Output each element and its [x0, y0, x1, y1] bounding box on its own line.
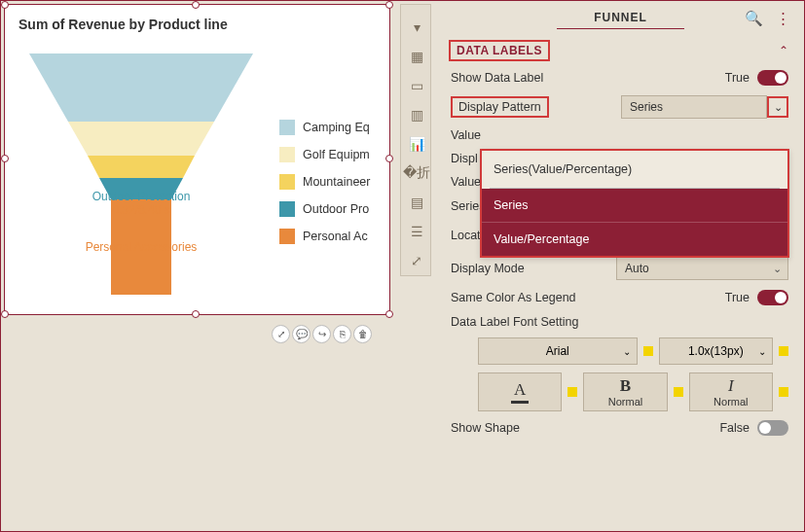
label-same-color: Same Color As Legend — [451, 291, 616, 304]
value-text: True — [725, 291, 750, 304]
label-display-pattern: Display Pattern — [451, 96, 549, 118]
resize-handle[interactable] — [385, 310, 393, 318]
chart-title: Sum of Revenue by Product line — [5, 5, 389, 32]
resize-handle[interactable] — [385, 1, 393, 9]
toggle-show-shape[interactable] — [757, 420, 788, 436]
panel-title: FUNNEL — [557, 11, 684, 29]
filter-icon[interactable]: ▾ — [401, 13, 432, 42]
fullscreen-icon[interactable]: ⤢ — [401, 246, 432, 275]
dropdown-option-selected[interactable]: Series — [482, 189, 787, 222]
resize-handle[interactable] — [1, 155, 9, 162]
data-label-personal: Personal Accessories — [86, 240, 198, 254]
more-icon[interactable]: ⋮ — [776, 10, 790, 27]
section-title: DATA LABELS — [449, 40, 550, 61]
toggle-same-color[interactable] — [757, 290, 788, 305]
export-icon[interactable]: ⎘ — [333, 325, 351, 343]
table-icon[interactable]: ▤ — [401, 188, 432, 217]
properties-panel: FUNNEL 🔍 ⋮ DATA LABELS ⌃ Show Data Label… — [439, 3, 802, 529]
line-chart-icon[interactable]: �折 — [401, 159, 432, 188]
color-indicator — [779, 346, 788, 356]
data-label-outdoor: Outdoor Protection 0.32/8.40 s — [92, 190, 191, 217]
legend-item: Mountaineer — [279, 174, 371, 190]
value-text: True — [725, 71, 750, 85]
value-text: False — [719, 421, 750, 435]
color-indicator — [643, 346, 653, 356]
resize-handle[interactable] — [192, 1, 200, 9]
label-display-mode: Display Mode — [451, 262, 616, 275]
svg-marker-0 — [29, 53, 253, 122]
legend-item: Personal Ac — [279, 229, 371, 244]
label-value: Value — [451, 128, 616, 142]
margins-icon[interactable]: ▭ — [401, 71, 432, 100]
legend-item: Outdoor Pro — [279, 201, 371, 217]
color-indicator — [779, 387, 788, 397]
svg-marker-2 — [88, 156, 195, 178]
share-icon[interactable]: ↪ — [312, 325, 331, 343]
comment-icon[interactable]: 💬 — [292, 325, 311, 343]
dropdown-option[interactable]: Value/Percentage — [482, 222, 787, 256]
chart-action-toolbar: ⤢ 💬 ↪ ⎘ 🗑 — [272, 325, 372, 343]
svg-marker-1 — [68, 122, 214, 156]
color-indicator — [674, 387, 683, 397]
select-font-family[interactable]: Arial⌄ — [478, 337, 638, 365]
select-font-size[interactable]: 1.0x(13px)⌄ — [659, 337, 773, 365]
font-style-button[interactable]: I Normal — [689, 372, 773, 411]
chart-canvas[interactable]: Sum of Revenue by Product line Outdoor P… — [4, 4, 390, 315]
display-pattern-dropdown: Series(Value/Percentage) Series Value/Pe… — [480, 149, 789, 258]
toggle-show-data-label[interactable] — [757, 70, 788, 86]
dropdown-option[interactable]: Series(Value/Percentage) — [490, 151, 780, 189]
column-chart-icon[interactable]: 📊 — [401, 129, 432, 159]
chevron-down-icon[interactable]: ⌄ — [767, 96, 788, 118]
resize-handle[interactable] — [1, 310, 9, 318]
resize-handle[interactable] — [1, 1, 9, 9]
resize-handle[interactable] — [192, 310, 200, 318]
chart-legend: Camping Eq Golf Equipm Mountaineer Outdo… — [279, 120, 371, 256]
search-icon[interactable]: 🔍 — [745, 10, 763, 27]
delete-icon[interactable]: 🗑 — [353, 325, 372, 343]
list-icon[interactable]: ☰ — [401, 217, 432, 246]
legend-item: Camping Eq — [279, 120, 371, 135]
legend-item: Golf Equipm — [279, 147, 371, 162]
color-indicator — [567, 387, 577, 397]
select-display-pattern[interactable]: Series — [621, 95, 767, 119]
expand-icon[interactable]: ⤢ — [272, 325, 290, 343]
grid-icon[interactable]: ▦ — [401, 42, 432, 71]
funnel-chart: Outdoor Protection 0.32/8.40 s Personal … — [19, 53, 263, 306]
bar-chart-icon[interactable]: ▥ — [401, 100, 432, 129]
select-display-mode[interactable]: Auto⌄ — [616, 257, 788, 280]
label-font-setting: Data Label Font Setting — [451, 315, 788, 329]
font-weight-button[interactable]: B Normal — [583, 372, 667, 411]
resize-handle[interactable] — [385, 155, 393, 162]
collapse-icon[interactable]: ⌃ — [779, 44, 788, 57]
font-color-button[interactable]: A — [478, 372, 562, 411]
label-show-shape: Show Shape — [451, 421, 616, 435]
label-show-data-label: Show Data Label — [451, 71, 616, 85]
sidebar-toolbar: ▾ ▦ ▭ ▥ 📊 �折 ▤ ☰ ⤢ — [400, 4, 431, 276]
